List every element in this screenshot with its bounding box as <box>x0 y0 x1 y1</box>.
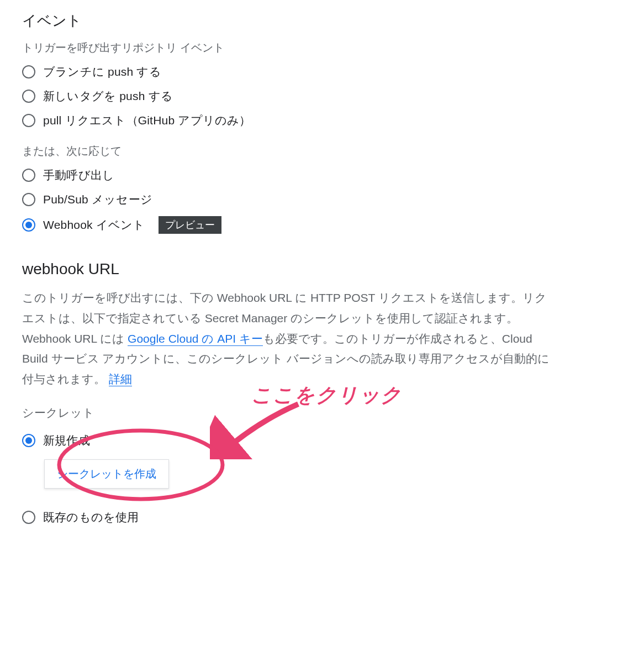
radio-label: 新規作成 <box>43 433 90 448</box>
event-subtitle-repo: トリガーを呼び出すリポジトリ イベント <box>22 40 622 55</box>
event-title: イベント <box>22 11 622 30</box>
radio-icon[interactable] <box>22 114 35 127</box>
radio-label: Webhook イベント <box>43 217 145 233</box>
radio-webhook[interactable]: Webhook イベント プレビュー <box>22 216 622 234</box>
api-key-link[interactable]: Google Cloud の API キー <box>128 332 263 346</box>
radio-label: pull リクエスト（GitHub アプリのみ） <box>43 113 251 128</box>
radio-pubsub[interactable]: Pub/Sub メッセージ <box>22 192 622 207</box>
webhook-description: このトリガーを呼び出すには、下の Webhook URL に HTTP POST… <box>22 288 552 390</box>
radio-push-tag[interactable]: 新しいタグを push する <box>22 88 622 104</box>
event-section: イベント トリガーを呼び出すリポジトリ イベント ブランチに push する 新… <box>22 11 622 234</box>
secret-label: シークレット <box>22 405 622 421</box>
webhook-title: webhook URL <box>22 260 622 278</box>
radio-secret-new[interactable]: 新規作成 <box>22 433 622 448</box>
radio-icon[interactable] <box>22 511 35 524</box>
radio-icon[interactable] <box>22 169 35 182</box>
radio-icon[interactable] <box>22 218 35 232</box>
create-secret-button[interactable]: シークレットを作成 <box>44 459 169 489</box>
radio-label: 新しいタグを push する <box>43 88 173 104</box>
secret-create-wrapper: ここをクリック シークレットを作成 <box>22 448 622 510</box>
radio-label: 既存のものを使用 <box>43 510 139 525</box>
radio-icon[interactable] <box>22 65 35 78</box>
radio-push-branch[interactable]: ブランチに push する <box>22 64 622 80</box>
radio-label: ブランチに push する <box>43 64 161 80</box>
event-radio-group-1: ブランチに push する 新しいタグを push する pull リクエスト（… <box>22 64 622 128</box>
webhook-section: webhook URL このトリガーを呼び出すには、下の Webhook URL… <box>22 260 622 525</box>
preview-badge: プレビュー <box>159 216 221 234</box>
radio-icon[interactable] <box>22 90 35 103</box>
radio-pull-request[interactable]: pull リクエスト（GitHub アプリのみ） <box>22 113 622 128</box>
event-radio-group-2: 手動呼び出し Pub/Sub メッセージ Webhook イベント プレビュー <box>22 167 622 234</box>
radio-label: Pub/Sub メッセージ <box>43 192 152 207</box>
radio-secret-existing[interactable]: 既存のものを使用 <box>22 510 622 525</box>
radio-manual[interactable]: 手動呼び出し <box>22 167 622 183</box>
radio-icon[interactable] <box>22 193 35 206</box>
details-link[interactable]: 詳細 <box>109 373 132 386</box>
radio-icon[interactable] <box>22 434 35 447</box>
event-subtitle-or: または、次に応じて <box>22 144 622 159</box>
secret-block: シークレット 新規作成 ここをクリック シークレットを作成 既存のもの <box>22 405 622 525</box>
radio-label: 手動呼び出し <box>43 167 114 183</box>
